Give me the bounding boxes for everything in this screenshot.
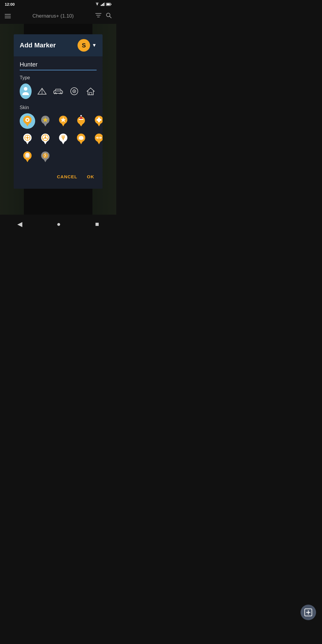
search-button[interactable]	[106, 13, 112, 20]
svg-point-66	[98, 137, 100, 138]
type-house[interactable]	[85, 83, 97, 99]
bottom-nav: ◀ ● ■	[0, 216, 116, 233]
app-bar-actions	[95, 13, 112, 20]
pin-santa-icon	[76, 115, 86, 127]
signal-icon	[101, 2, 105, 6]
svg-marker-24	[25, 123, 30, 126]
pin-star-grey-icon	[41, 115, 50, 127]
filter-button[interactable]	[95, 13, 101, 20]
svg-rect-1	[102, 4, 103, 6]
svg-marker-68	[25, 159, 30, 162]
svg-marker-61	[79, 141, 83, 144]
svg-line-11	[110, 16, 112, 18]
ok-button[interactable]: OK	[86, 172, 96, 182]
svg-rect-41	[97, 119, 101, 121]
skin-steering[interactable]	[38, 131, 53, 147]
svg-marker-31	[61, 123, 65, 126]
app-bar-title: Chernarus+ (1.10)	[32, 13, 74, 19]
dialog-body: Type	[14, 56, 103, 189]
person-icon	[22, 87, 30, 96]
type-car[interactable]	[52, 83, 64, 99]
pin-star-orange-icon	[58, 115, 68, 127]
svg-rect-5	[111, 4, 112, 5]
dialog-title: Add Marker	[20, 41, 56, 49]
skin-label: Skin	[20, 105, 97, 110]
svg-point-70	[28, 154, 29, 156]
battery-icon	[106, 3, 112, 6]
pin-medical-icon	[94, 115, 103, 127]
svg-marker-56	[61, 141, 65, 144]
avatar-group[interactable]: S ▼	[78, 39, 97, 52]
skin-cracked[interactable]	[38, 149, 53, 165]
svg-point-69	[26, 154, 27, 156]
dialog-header: Add Marker S ▼	[14, 34, 103, 56]
menu-button[interactable]	[5, 14, 11, 18]
skin-santa[interactable]	[73, 113, 89, 129]
svg-rect-62	[79, 139, 83, 140]
type-label: Type	[20, 75, 97, 80]
svg-point-47	[27, 137, 28, 139]
pin-helmet-full-icon	[23, 151, 32, 163]
svg-point-51	[44, 137, 46, 139]
car-icon	[53, 88, 63, 94]
pin-crosshair-icon	[23, 133, 32, 145]
svg-marker-64	[97, 141, 101, 144]
pin-fork-icon	[58, 133, 68, 145]
pin-helmet-orange-icon	[76, 133, 86, 145]
skin-star-grey[interactable]	[38, 113, 53, 129]
recent-button[interactable]: ■	[95, 220, 99, 228]
svg-rect-2	[103, 3, 104, 6]
svg-marker-72	[43, 159, 47, 162]
svg-marker-21	[87, 88, 94, 95]
svg-marker-28	[43, 123, 47, 126]
skin-eye[interactable]	[91, 131, 103, 147]
svg-rect-8	[96, 15, 100, 16]
pin-steering-icon	[41, 133, 50, 145]
type-radio[interactable]	[68, 83, 80, 99]
svg-marker-34	[79, 123, 83, 126]
svg-rect-36	[79, 119, 83, 120]
skin-fork[interactable]	[55, 131, 71, 147]
skin-crosshair[interactable]	[20, 131, 35, 147]
pin-cracked-icon	[41, 151, 50, 163]
tent-icon	[38, 88, 47, 95]
add-marker-dialog: Add Marker S ▼ Type	[14, 34, 103, 189]
type-person[interactable]	[20, 83, 32, 99]
skin-medical[interactable]	[91, 113, 103, 129]
type-row	[20, 83, 97, 99]
chevron-down-icon: ▼	[92, 43, 97, 48]
svg-rect-6	[107, 3, 110, 5]
skin-star-orange[interactable]	[55, 113, 71, 129]
skin-helmet-orange[interactable]	[73, 131, 89, 147]
status-bar: 12:00	[0, 0, 116, 8]
svg-point-20	[74, 91, 75, 92]
skin-helmet-full[interactable]	[20, 149, 35, 165]
status-icons	[95, 2, 112, 6]
search-icon	[106, 13, 112, 18]
filter-icon	[95, 13, 101, 18]
back-button[interactable]: ◀	[17, 220, 22, 228]
user-avatar[interactable]: S	[78, 39, 90, 52]
svg-point-37	[80, 115, 82, 117]
svg-marker-39	[97, 123, 101, 126]
skin-grid	[20, 113, 97, 165]
type-tent[interactable]	[36, 83, 48, 99]
radio-icon	[70, 87, 78, 95]
svg-marker-49	[43, 141, 47, 144]
skin-default[interactable]	[20, 113, 35, 129]
svg-rect-7	[95, 13, 101, 14]
house-icon	[86, 87, 95, 95]
svg-rect-0	[101, 5, 102, 6]
wifi-icon	[95, 2, 100, 6]
svg-point-26	[27, 119, 28, 121]
svg-rect-22	[89, 92, 92, 95]
home-button[interactable]: ●	[57, 220, 61, 228]
app-bar: Chernarus+ (1.10)	[0, 8, 116, 24]
status-time: 12:00	[5, 2, 15, 7]
svg-rect-3	[104, 2, 105, 6]
marker-name-input[interactable]	[20, 60, 97, 70]
cancel-button[interactable]: CANCEL	[56, 172, 79, 182]
pin-eye-icon	[94, 133, 103, 145]
svg-point-12	[24, 87, 27, 91]
dialog-actions: CANCEL OK	[20, 169, 97, 183]
